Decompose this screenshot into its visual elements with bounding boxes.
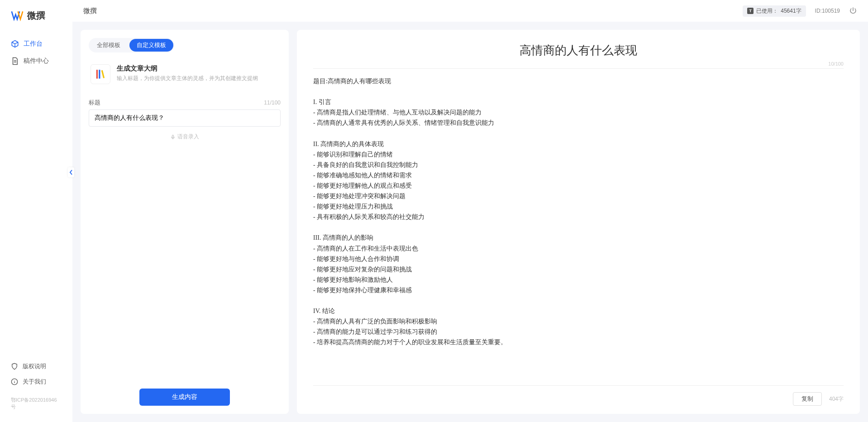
output-footer: 复制 404字 <box>313 385 844 406</box>
document-body[interactable]: 题目:高情商的人有哪些表现 I. 引言 - 高情商是指人们处理情绪、与他人互动以… <box>313 76 844 379</box>
brand-text: 微撰 <box>27 9 45 22</box>
generate-button[interactable]: 生成内容 <box>139 389 230 406</box>
footer-label: 版权说明 <box>23 362 46 370</box>
collapse-sidebar-button[interactable] <box>68 167 74 177</box>
voice-label: 语音录入 <box>177 133 199 141</box>
nav-label: 稿件中心 <box>24 57 49 65</box>
sidebar: 微撰 工作台 稿件中心 版权说明 关于我们 鄂ICP备2022016946号 <box>0 0 72 422</box>
nav-label: 工作台 <box>24 40 43 48</box>
nav-drafts[interactable]: 稿件中心 <box>0 52 72 70</box>
footer-about[interactable]: 关于我们 <box>0 374 72 389</box>
microphone-icon <box>170 134 176 140</box>
title-field: 标题 11/100 <box>89 99 281 127</box>
output-panel: 高情商的人有什么表现 10/100 题目:高情商的人有哪些表现 I. 引言 - … <box>297 30 860 414</box>
title-input[interactable] <box>89 109 281 127</box>
template-icon <box>91 64 110 84</box>
shield-icon <box>11 363 18 370</box>
copy-button[interactable]: 复制 <box>793 392 822 406</box>
user-id: ID:100519 <box>815 8 840 14</box>
template-title: 生成文章大纲 <box>117 64 258 73</box>
tab-all-templates[interactable]: 全部模板 <box>90 39 128 52</box>
info-icon <box>11 378 18 385</box>
title-char-count: 10/100 <box>313 61 844 68</box>
usage-badge[interactable]: T 已使用：45641字 <box>743 5 806 17</box>
tab-custom-templates[interactable]: 自定义模板 <box>129 39 173 52</box>
footer-copyright[interactable]: 版权说明 <box>0 359 72 374</box>
output-char-count: 404字 <box>829 395 844 403</box>
usage-prefix: 已使用： <box>756 7 778 15</box>
field-label: 标题 <box>89 99 100 107</box>
divider <box>313 68 844 69</box>
template-tabs: 全部模板 自定义模板 <box>89 38 174 52</box>
books-icon <box>95 68 106 80</box>
topbar: 微撰 T 已使用：45641字 ID:100519 <box>72 0 868 22</box>
cube-icon <box>11 40 19 48</box>
logo-icon <box>11 9 24 22</box>
template-card[interactable]: 生成文章大纲 输入标题，为你提供文章主体的灵感，并为其创建推文提纲 <box>89 61 281 88</box>
logo[interactable]: 微撰 <box>0 9 72 35</box>
text-icon: T <box>747 8 754 14</box>
footer-label: 关于我们 <box>23 378 46 386</box>
nav-workbench[interactable]: 工作台 <box>0 35 72 52</box>
main-nav: 工作台 稿件中心 <box>0 35 72 359</box>
page-title: 微撰 <box>83 7 734 15</box>
input-panel: 全部模板 自定义模板 生成文章大纲 输入标题，为你提供文章主体的灵感，并为其创建… <box>81 30 289 414</box>
power-icon[interactable] <box>849 7 857 15</box>
usage-value: 45641字 <box>781 7 801 15</box>
voice-input-button[interactable]: 语音录入 <box>89 133 281 141</box>
footer-nav: 版权说明 关于我们 <box>0 359 72 394</box>
field-char-count: 11/100 <box>264 100 281 106</box>
svg-rect-1 <box>172 135 174 138</box>
document-icon <box>11 57 19 65</box>
template-desc: 输入标题，为你提供文章主体的灵感，并为其创建推文提纲 <box>117 75 258 82</box>
document-title[interactable]: 高情商的人有什么表现 <box>313 43 844 58</box>
icp-text: 鄂ICP备2022016946号 <box>0 394 72 413</box>
chevron-left-icon <box>69 170 73 175</box>
